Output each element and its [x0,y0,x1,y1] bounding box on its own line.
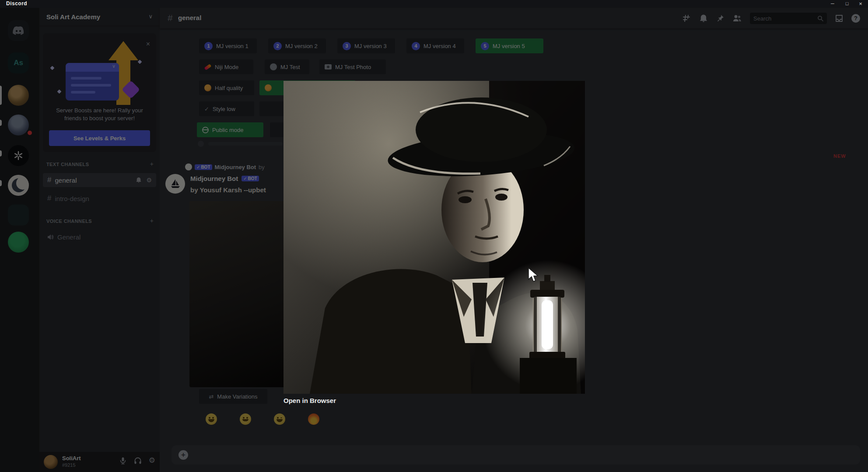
window-minimize-button[interactable]: ─ [826,0,839,7]
titlebar: Discord ─ □ × [0,0,868,8]
open-in-browser-link[interactable]: Open in Browser [284,397,336,404]
discord-logo: Discord [6,0,27,7]
discord-app: Discord ─ □ × As [0,0,868,472]
window-maximize-button[interactable]: □ [840,0,854,7]
lightbox-image[interactable] [284,81,585,394]
window-close-button[interactable]: × [854,0,867,7]
portrait-photo [284,81,585,394]
mouse-cursor [528,267,541,282]
